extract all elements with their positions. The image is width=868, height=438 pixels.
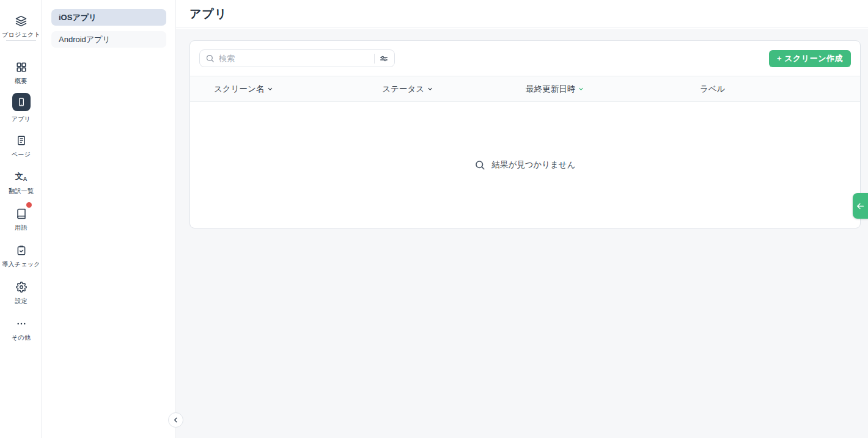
page: プロジェクト 概要 アプリ ページ 文A 翻訳一覧 xyxy=(0,0,868,438)
column-header-last-updated[interactable]: 最終更新日時 xyxy=(526,76,584,101)
sidebar-item-label: プロジェクト xyxy=(2,31,40,39)
clipboard-check-icon xyxy=(16,244,27,257)
layers-icon xyxy=(15,15,27,27)
search-icon xyxy=(205,54,215,63)
page-title: アプリ xyxy=(189,6,227,22)
sidebar-item-overview[interactable]: 概要 xyxy=(0,61,42,86)
sidebar-item-setup-check[interactable]: 導入チェック xyxy=(0,244,42,269)
book-icon xyxy=(16,208,27,220)
column-header-label: ラベル xyxy=(700,76,725,101)
search-input[interactable] xyxy=(219,54,370,63)
empty-state: 結果が見つかりません xyxy=(190,102,860,227)
grid-icon xyxy=(16,61,27,73)
search-field-divider xyxy=(374,54,375,64)
main-body: + スクリーン作成 スクリーン名 ステータス xyxy=(176,29,868,438)
open-panel-button[interactable] xyxy=(853,193,868,219)
app-list-item-label: Androidアプリ xyxy=(59,34,111,45)
sidebar-item-label: アプリ xyxy=(12,115,31,123)
chevron-down-icon xyxy=(578,86,584,92)
sidebar-item-apps[interactable]: アプリ xyxy=(0,93,42,123)
sidebar-item-settings[interactable]: 設定 xyxy=(0,281,42,305)
chevron-down-icon xyxy=(427,86,433,92)
app-list-item-ios[interactable]: iOSアプリ xyxy=(51,9,166,26)
search-icon xyxy=(474,159,485,170)
column-header-status[interactable]: ステータス xyxy=(382,76,433,101)
document-icon xyxy=(16,134,27,147)
sidebar-item-label: 翻訳一覧 xyxy=(9,187,34,195)
sidebar-item-glossary[interactable]: 用語 xyxy=(0,208,42,232)
sidebar-item-label: 導入チェック xyxy=(2,260,40,269)
empty-state-message: 結果が見つかりません xyxy=(491,159,575,170)
column-header-screen-name[interactable]: スクリーン名 xyxy=(214,76,273,101)
secondary-sidebar: iOSアプリ Androidアプリ xyxy=(43,0,175,438)
sidebar-item-pages[interactable]: ページ xyxy=(0,134,42,159)
sidebar-item-project[interactable]: プロジェクト xyxy=(0,15,42,39)
notification-badge xyxy=(26,202,32,208)
filter-sliders-icon[interactable] xyxy=(379,54,389,64)
sidebar-item-label: その他 xyxy=(12,334,31,342)
create-screen-button[interactable]: + スクリーン作成 xyxy=(769,50,851,67)
app-list-item-label: iOSアプリ xyxy=(59,12,97,23)
screens-card: + スクリーン作成 スクリーン名 ステータス xyxy=(189,40,861,228)
table-header: スクリーン名 ステータス 最終更新日時 xyxy=(190,76,860,102)
toolbar: + スクリーン作成 xyxy=(190,41,860,76)
sidebar-divider xyxy=(6,40,36,41)
app-list-item-android[interactable]: Androidアプリ xyxy=(51,31,166,48)
sidebar-item-label: 設定 xyxy=(15,297,28,305)
ellipsis-icon xyxy=(16,318,27,330)
sidebar-item-translations[interactable]: 文A 翻訳一覧 xyxy=(0,171,42,195)
translate-icon: 文A xyxy=(15,171,28,183)
main-content: アプリ + スクリーン作成 xyxy=(176,0,868,438)
search-field[interactable] xyxy=(199,49,395,67)
primary-sidebar: プロジェクト 概要 アプリ ページ 文A 翻訳一覧 xyxy=(0,0,42,438)
sidebar-item-label: 用語 xyxy=(15,224,28,232)
gear-icon xyxy=(16,281,27,293)
sidebar-item-label: ページ xyxy=(12,150,31,159)
sidebar-collapse-button[interactable] xyxy=(168,412,183,428)
phone-icon xyxy=(12,93,31,111)
chevron-down-icon xyxy=(267,86,273,92)
sidebar-item-more[interactable]: その他 xyxy=(0,318,42,342)
main-header: アプリ xyxy=(176,0,868,28)
arrow-left-icon xyxy=(856,202,865,211)
sidebar-item-label: 概要 xyxy=(15,77,28,86)
chevron-left-icon xyxy=(172,416,180,424)
